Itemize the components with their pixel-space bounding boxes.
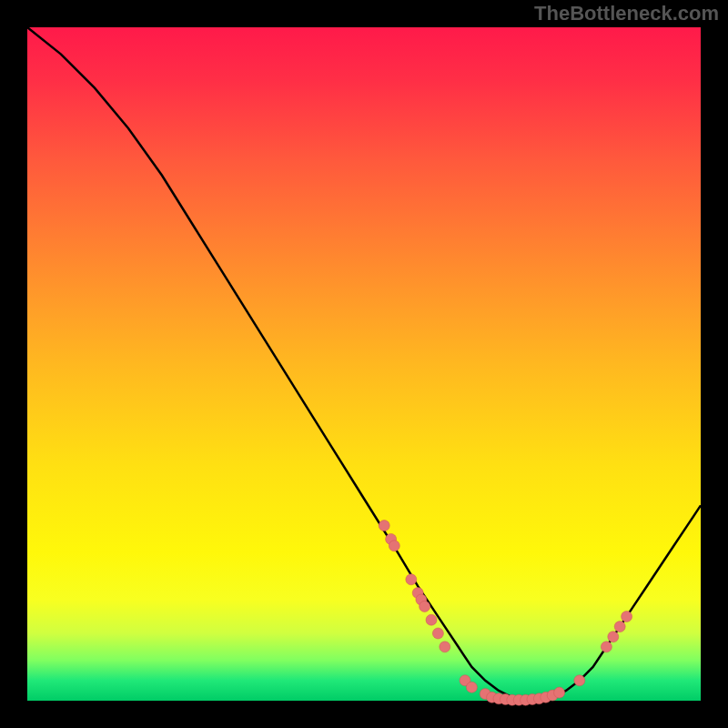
bottleneck-curve	[27, 27, 701, 701]
scatter-point	[389, 541, 399, 551]
scatter-point	[406, 574, 417, 585]
watermark-text: TheBottleneck.com	[534, 2, 719, 25]
chart-plot-area	[27, 27, 701, 701]
scatter-point	[432, 628, 443, 639]
scatter-point	[379, 521, 389, 531]
scatter-point	[614, 622, 625, 632]
scatter-point	[601, 642, 612, 652]
scatter-point	[622, 612, 632, 622]
scatter-point	[440, 642, 450, 652]
scatter-point	[574, 675, 585, 686]
scatter-point	[466, 682, 477, 693]
scatter-point	[420, 601, 430, 612]
scatter-point	[608, 632, 619, 642]
scatter-dots	[379, 521, 632, 706]
scatter-point	[426, 614, 437, 625]
scatter-point	[554, 687, 565, 698]
chart-svg	[27, 27, 701, 701]
